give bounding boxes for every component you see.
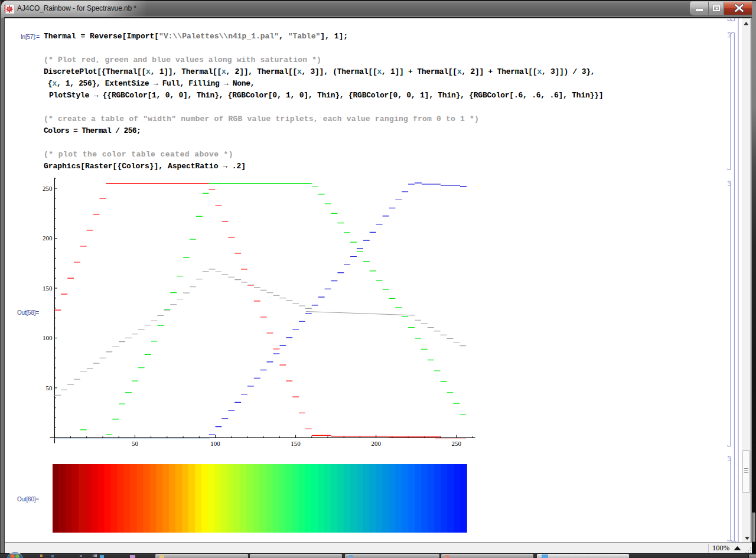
svg-text:250: 250 bbox=[452, 440, 462, 447]
svg-text:100: 100 bbox=[210, 440, 220, 447]
svg-text:100: 100 bbox=[43, 334, 53, 341]
svg-text:200: 200 bbox=[371, 440, 381, 447]
svg-text:150: 150 bbox=[43, 285, 53, 292]
svg-text:250: 250 bbox=[43, 185, 53, 192]
svg-text:200: 200 bbox=[43, 234, 53, 242]
svg-text:50: 50 bbox=[46, 384, 53, 391]
svg-text:50: 50 bbox=[132, 440, 139, 447]
svg-text:150: 150 bbox=[291, 440, 301, 447]
